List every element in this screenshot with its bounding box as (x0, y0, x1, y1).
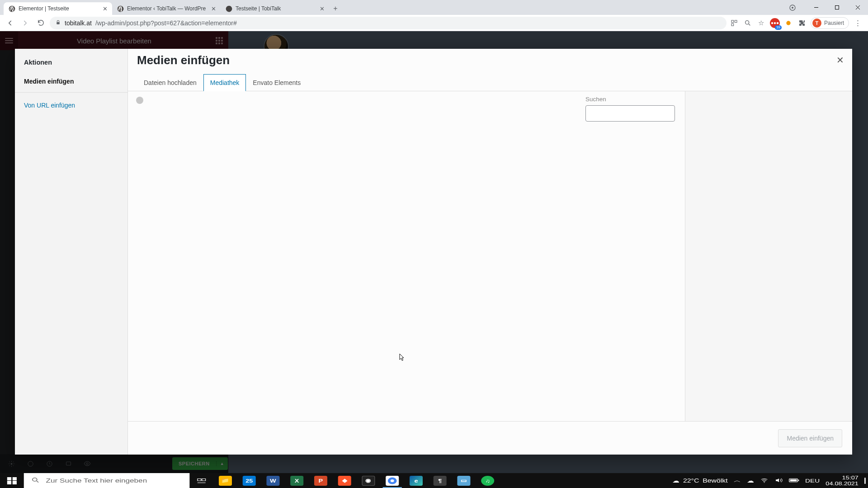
bookmark-star-icon[interactable]: ☆ (756, 18, 766, 28)
page-viewport: Video Playlist bearbeiten SPEICHERN▲ Akt… (0, 31, 868, 473)
window-close-button[interactable] (847, 1, 868, 14)
insert-media-button[interactable]: Medien einfügen (778, 429, 842, 447)
svg-point-4 (792, 7, 793, 9)
browser-tab-0[interactable]: Elementor | Testseite ✕ (4, 2, 112, 15)
chrome-account-icon[interactable] (788, 3, 797, 13)
app-brave[interactable]: ◆ (333, 473, 357, 488)
extension-badge: 39 (775, 25, 782, 30)
svg-rect-9 (57, 22, 60, 24)
svg-rect-31 (790, 479, 797, 481)
chrome-menu-icon[interactable]: ⋮ (853, 18, 863, 28)
media-details-pane (685, 91, 852, 421)
wordpress-icon (117, 5, 124, 12)
tab-close-icon[interactable]: ✕ (320, 5, 325, 12)
profile-status: Pausiert (824, 20, 844, 26)
app-chrome[interactable] (380, 473, 404, 488)
tray-clock[interactable]: 15:07 04.08.2021 (826, 475, 859, 486)
app-excel[interactable]: X (285, 473, 309, 488)
extensions-puzzle-icon[interactable] (797, 18, 807, 28)
taskbar-apps: 📁 25 W X P ◆ ◉ e ¶ ▭ ♫ (189, 473, 500, 488)
weather-temp: 22°C (683, 478, 699, 484)
tray-volume-icon[interactable] (774, 477, 783, 484)
search-placeholder: Zur Suche Text hier eingeben (46, 477, 147, 484)
app-notepadpp[interactable]: ¶ (428, 473, 452, 488)
svg-rect-24 (202, 479, 206, 481)
window-maximize-button[interactable] (826, 1, 847, 14)
start-button[interactable] (0, 473, 24, 488)
search-input[interactable] (585, 105, 675, 122)
weather-widget[interactable]: ☁ 22°C Bewölkt (672, 478, 727, 484)
weather-cond: Bewölkt (703, 478, 727, 484)
svg-point-27 (391, 479, 394, 482)
app-mail[interactable]: 25 (237, 473, 261, 488)
svg-point-2 (226, 5, 232, 12)
tray-wifi-icon[interactable] (760, 477, 768, 484)
browser-tab-2[interactable]: Testseite | TobiTalk ✕ (221, 2, 329, 15)
media-search-pane: Suchen (585, 91, 685, 421)
modal-footer: Medien einfügen (128, 421, 852, 455)
wordpress-icon (8, 5, 15, 12)
window-minimize-button[interactable] (806, 1, 826, 14)
tab-close-icon[interactable]: ✕ (211, 5, 216, 12)
modal-sidebar: Aktionen Medien einfügen Von URL einfüge… (15, 49, 128, 455)
windows-taskbar: Zur Suche Text hier eingeben 📁 25 W X P … (0, 473, 868, 488)
tab-close-icon[interactable]: ✕ (103, 5, 108, 12)
profile-chip[interactable]: T Pausiert (811, 17, 849, 29)
search-label: Suchen (585, 96, 677, 103)
lock-icon (55, 19, 61, 27)
task-view-button[interactable] (189, 473, 213, 488)
svg-point-15 (786, 21, 790, 25)
extension-lastpass-icon[interactable]: ●●●39 (770, 18, 780, 28)
svg-rect-12 (731, 23, 734, 26)
tray-notifications-icon[interactable] (864, 478, 866, 483)
window-controls (788, 0, 868, 15)
svg-rect-11 (735, 20, 737, 23)
url-host: tobitalk.at (65, 19, 92, 27)
browser-toolbar: tobitalk.at/wp-admin/post.php?post=627&a… (0, 15, 868, 31)
clock-date: 04.08.2021 (826, 481, 859, 487)
sidebar-action-insert-media[interactable]: Medien einfügen (15, 73, 127, 93)
forward-button[interactable] (19, 17, 32, 29)
app-edge[interactable]: e (404, 473, 428, 488)
clock-time: 15:07 (826, 475, 859, 481)
app-file-explorer[interactable]: 📁 (213, 473, 237, 488)
tab-title: Elementor | Testseite (19, 5, 99, 12)
app-powerpoint[interactable]: P (309, 473, 333, 488)
taskbar-search[interactable]: Zur Suche Text hier eingeben (24, 473, 190, 488)
browser-tab-1[interactable]: Elementor ‹ TobiTalk — WordPre ✕ (112, 2, 221, 15)
browser-tabstrip: Elementor | Testseite ✕ Elementor ‹ Tobi… (0, 0, 868, 15)
qr-icon[interactable] (729, 18, 739, 28)
zoom-icon[interactable] (743, 18, 753, 28)
app-notepad[interactable]: ▭ (452, 473, 476, 488)
app-spotify[interactable]: ♫ (476, 473, 500, 488)
toolbar-right: ☆ ●●●39 T Pausiert ⋮ (729, 17, 864, 29)
reload-button[interactable] (34, 17, 47, 29)
tray-chevron-up-icon[interactable]: ︿ (734, 477, 741, 484)
modal-main: ✕ Medien einfügen Dateien hochladen Medi… (128, 49, 852, 455)
tab-media-library[interactable]: Mediathek (203, 74, 246, 91)
new-tab-button[interactable]: + (329, 2, 342, 15)
extension-icon[interactable] (783, 18, 793, 28)
url-path: /wp-admin/post.php?post=627&action=eleme… (95, 19, 237, 27)
modal-title: Medien einfügen (128, 49, 852, 74)
tray-battery-icon[interactable] (788, 478, 799, 484)
mouse-cursor-icon (399, 353, 405, 361)
app-word[interactable]: W (261, 473, 285, 488)
svg-rect-10 (731, 20, 734, 23)
taskbar-tray: ☁ 22°C Bewölkt ︿ ☁ DEU 15:07 04.08.2021 (672, 473, 868, 488)
modal-close-button[interactable]: ✕ (833, 53, 847, 67)
sidebar-action-insert-from-url[interactable]: Von URL einfügen (15, 97, 127, 113)
svg-rect-6 (835, 6, 839, 9)
back-button[interactable] (4, 17, 16, 29)
tab-envato-elements[interactable]: Envato Elements (246, 74, 307, 91)
modal-body: Suchen (128, 91, 852, 421)
tray-onedrive-icon[interactable]: ☁ (747, 478, 754, 484)
address-bar[interactable]: tobitalk.at/wp-admin/post.php?post=627&a… (50, 17, 726, 29)
tray-language[interactable]: DEU (805, 478, 820, 483)
loading-spinner-icon (136, 97, 143, 104)
svg-point-21 (33, 478, 37, 481)
app-obs[interactable]: ◉ (357, 473, 381, 488)
svg-point-13 (745, 20, 749, 24)
media-grid[interactable] (128, 91, 585, 421)
tab-upload-files[interactable]: Dateien hochladen (137, 74, 203, 91)
